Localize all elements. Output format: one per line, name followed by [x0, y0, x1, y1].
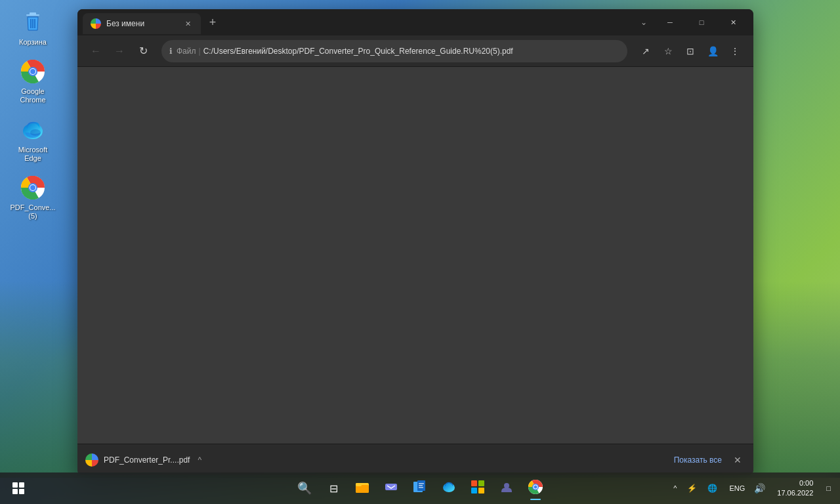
teams-icon [384, 480, 398, 497]
bluetooth-icon: ⚡ [683, 481, 701, 495]
minimize-button[interactable]: ─ [655, 12, 685, 33]
taskview-icon: ⊟ [329, 482, 338, 495]
files-icon [413, 480, 427, 497]
svg-rect-28 [471, 488, 477, 494]
system-tray: ENG 🔊 [725, 480, 769, 496]
minimize-icon: ─ [667, 18, 673, 26]
taskbar-taskview-button[interactable]: ⊟ [320, 475, 346, 501]
pdf-converter-label: PDF_Conve...(5) [9, 203, 56, 220]
profile-icon: 👤 [707, 46, 719, 56]
more-options-icon: ⋮ [730, 46, 740, 56]
desktop-icon-microsoft-edge[interactable]: Microsoft Edge [7, 114, 59, 165]
taskbar-edge-button[interactable] [436, 475, 462, 501]
url-display: C:/Users/Евгений/Desktop/PDF_Converter_P… [203, 47, 620, 56]
svg-point-30 [504, 483, 509, 488]
language-indicator[interactable]: ENG [725, 482, 749, 495]
volume-icon[interactable]: 🔊 [750, 480, 769, 496]
split-view-button[interactable]: ⊡ [680, 41, 701, 62]
info-icon: ℹ [169, 47, 173, 56]
search-icon: 🔍 [297, 481, 312, 495]
desktop-icons: Корзина Google Chrome [7, 7, 59, 223]
menu-button[interactable]: ⋮ [724, 41, 746, 62]
desktop-icon-google-chrome[interactable]: Google Chrome [7, 56, 59, 107]
download-options-button[interactable]: ^ [195, 453, 204, 467]
taskbar-right: ^ ⚡ 🌐 ENG 🔊 0:00 17.06.2022 □ [669, 478, 835, 499]
taskbar-left [5, 475, 34, 501]
download-bar-close-button[interactable]: ✕ [730, 452, 746, 468]
date-display: 17.06.2022 [777, 488, 813, 498]
profile-button[interactable]: 👤 [702, 41, 723, 62]
maximize-icon: □ [700, 18, 704, 26]
desktop-icon-recycle-bin[interactable]: Корзина [7, 7, 59, 49]
new-tab-button[interactable]: + [203, 13, 222, 32]
svg-rect-19 [385, 484, 397, 490]
show-all-downloads-button[interactable]: Показать все [674, 455, 722, 465]
svg-point-11 [30, 129, 41, 136]
notifications-button[interactable]: □ [822, 482, 835, 495]
taskbar-teams-button[interactable] [378, 475, 404, 501]
taskbar-clock[interactable]: 0:00 17.06.2022 [773, 478, 817, 499]
tab-search-button[interactable]: ⌄ [635, 15, 652, 30]
pdf-converter-icon [20, 175, 46, 201]
split-view-icon: ⊡ [686, 46, 694, 56]
svg-rect-29 [478, 488, 484, 494]
taskbar-chrome-button[interactable] [522, 475, 549, 501]
desktop: Корзина Google Chrome [0, 0, 840, 504]
download-bar-right: Показать все ✕ [674, 452, 746, 468]
svg-point-25 [443, 483, 455, 492]
download-item: PDF_Converter_Pr....pdf ^ [85, 453, 204, 467]
back-icon: ← [91, 45, 101, 57]
forward-button[interactable]: → [109, 41, 130, 62]
reload-icon: ↻ [139, 45, 148, 57]
google-chrome-icon [20, 58, 46, 85]
desktop-icon-pdf-converter[interactable]: PDF_Conve...(5) [7, 172, 59, 223]
explorer-icon [355, 480, 369, 497]
taskbar-teams2-button[interactable] [494, 475, 520, 501]
show-hidden-icons-button[interactable]: ^ [669, 482, 681, 495]
recycle-bin-label: Корзина [19, 38, 47, 47]
network-icon: 🌐 [704, 481, 721, 495]
recycle-bin-icon [20, 9, 46, 35]
notification-area: ^ ⚡ 🌐 [669, 481, 721, 495]
taskbar-explorer-button[interactable] [349, 475, 375, 501]
store-icon [471, 480, 485, 497]
svg-rect-18 [356, 483, 362, 486]
svg-point-34 [534, 485, 537, 488]
file-protocol-label: Файл [177, 47, 196, 56]
address-bar[interactable]: ℹ Файл | C:/Users/Евгений/Desktop/PDF_Co… [161, 40, 627, 62]
svg-point-9 [30, 69, 35, 74]
taskbar-search-button[interactable]: 🔍 [291, 475, 318, 501]
share-button[interactable]: ↗ [635, 41, 656, 62]
maximize-button[interactable]: □ [686, 12, 717, 33]
svg-rect-26 [471, 480, 477, 486]
svg-rect-1 [30, 12, 36, 15]
start-button[interactable] [5, 475, 32, 501]
window-controls: ─ □ ✕ [655, 12, 748, 33]
download-filename: PDF_Converter_Pr....pdf [104, 455, 190, 465]
taskbar: 🔍 ⊟ [0, 472, 840, 504]
download-bar: PDF_Converter_Pr....pdf ^ Показать все ✕ [77, 444, 753, 475]
address-separator: | [199, 47, 201, 56]
google-chrome-label: Google Chrome [9, 87, 56, 104]
tab-favicon-icon [91, 18, 101, 29]
svg-rect-22 [419, 483, 424, 484]
tab-close-button[interactable]: ✕ [182, 18, 193, 29]
bookmark-button[interactable]: ☆ [658, 41, 679, 62]
microsoft-edge-label: Microsoft Edge [9, 146, 56, 163]
reload-button[interactable]: ↻ [133, 41, 154, 62]
back-button[interactable]: ← [85, 41, 106, 62]
browser-window: Без имени ✕ + ⌄ ─ □ ✕ [77, 9, 753, 475]
tab-title: Без имени [106, 19, 177, 28]
taskbar-edge-icon [442, 480, 456, 497]
title-bar: Без имени ✕ + ⌄ ─ □ ✕ [77, 9, 753, 35]
active-tab[interactable]: Без имени ✕ [83, 13, 201, 34]
svg-rect-27 [478, 480, 484, 486]
svg-point-15 [30, 185, 35, 190]
close-button[interactable]: ✕ [718, 12, 748, 33]
teams2-icon [499, 480, 514, 497]
taskbar-store-button[interactable] [465, 475, 491, 501]
windows-logo-icon [12, 482, 24, 494]
taskbar-files-button[interactable] [407, 475, 433, 501]
svg-rect-24 [419, 487, 423, 488]
taskbar-center: 🔍 ⊟ [291, 475, 549, 501]
